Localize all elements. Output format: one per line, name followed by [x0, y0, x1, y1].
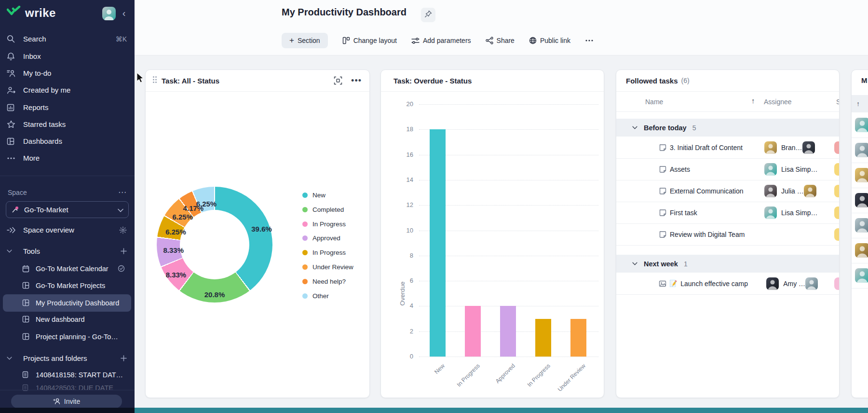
table-row[interactable] [852, 163, 868, 188]
group-header-next-week[interactable]: Next week 1 [616, 255, 839, 273]
sidebar-item-created-by-me[interactable]: Created by me [0, 82, 135, 98]
drag-handle-icon[interactable] [152, 76, 157, 85]
avatar[interactable] [804, 185, 816, 197]
avatar[interactable] [855, 243, 868, 258]
sidebar: wrike ‹ Search ⌘K Inbox My to-do Created… [0, 0, 135, 413]
gear-icon[interactable] [119, 226, 127, 234]
table-row[interactable] [852, 238, 868, 263]
status-pill[interactable] [834, 277, 840, 290]
mouse-cursor [136, 72, 145, 86]
status-pill[interactable] [834, 228, 840, 241]
sidebar-item-inbox[interactable]: Inbox [0, 48, 135, 65]
bottom-screen-strip [135, 408, 868, 413]
dashboard-toolbar: +SectionChange layoutAdd parametersShare… [282, 33, 594, 48]
pin-button[interactable] [421, 8, 435, 22]
space-more-icon[interactable]: ⋯ [118, 187, 127, 197]
column-header-name[interactable]: Name [645, 98, 663, 106]
avatar[interactable] [855, 218, 868, 233]
table-row[interactable]: External Communication Julia … [616, 180, 839, 202]
legend-item-3[interactable]: In Progress [302, 220, 346, 228]
donut-slice-label: 8.33% [163, 246, 184, 254]
avatar[interactable] [805, 277, 818, 290]
table-row[interactable]: 📝Launch effective camp Amy … [616, 273, 839, 295]
group-header-before-today[interactable]: Before today 5 [616, 119, 839, 137]
avatar[interactable] [764, 206, 777, 219]
toolbar-more-button[interactable] [585, 39, 594, 42]
section-button[interactable]: +Section [282, 33, 328, 48]
table-row[interactable] [852, 138, 868, 163]
table-row[interactable] [852, 188, 868, 213]
sidebar-item-reports[interactable]: Reports [0, 99, 135, 116]
sidebar-item-dashboards[interactable]: Dashboards [0, 133, 135, 150]
sidebar-tree-item-new-dashboard[interactable]: New dashboard [0, 311, 135, 328]
sidebar-item-my-to-do[interactable]: My to-do [0, 65, 135, 82]
avatar[interactable] [764, 185, 777, 197]
space-selector[interactable]: Go-To-Market [6, 201, 129, 218]
legend-item-2[interactable]: Completed [302, 206, 344, 213]
change-layout-button[interactable]: Change layout [342, 37, 397, 44]
sidebar-tree-item-tools[interactable]: Tools [0, 243, 135, 260]
sort-asc-icon[interactable]: ↑ [751, 96, 755, 105]
sidebar-item-more[interactable]: More [0, 150, 135, 166]
sidebar-tree-item-project-planning-go-to-[interactable]: Project planning - Go-To… [0, 328, 135, 345]
sidebar-collapse-button[interactable]: ‹ [119, 8, 129, 19]
sidebar-item-label: Dashboards [23, 137, 62, 145]
status-pill[interactable] [834, 185, 840, 197]
column-header-assignee[interactable]: Assignee [764, 98, 792, 106]
avatar[interactable] [855, 268, 868, 283]
avatar[interactable] [764, 141, 777, 154]
invite-label: Invite [64, 398, 80, 405]
avatar[interactable] [855, 168, 868, 182]
avatar[interactable] [766, 277, 779, 290]
sidebar-tree-item-space-overview[interactable]: Space overview [0, 221, 135, 238]
avatar[interactable] [802, 141, 815, 154]
status-pill[interactable] [834, 206, 840, 219]
legend-item-4[interactable]: Approved [302, 234, 340, 242]
user-avatar[interactable] [102, 7, 116, 20]
sidebar-tree-item-1408428503-due-date[interactable]: 1408428503: DUE DATE [0, 379, 135, 396]
avatar[interactable] [855, 143, 868, 157]
expand-icon[interactable] [334, 76, 342, 85]
legend-item-5[interactable]: In Progress [302, 249, 346, 256]
sidebar-item-starred-tasks[interactable]: Starred tasks [0, 116, 135, 133]
sidebar-tree-item-projects-and-folders[interactable]: Projects and folders [0, 350, 135, 367]
status-pill[interactable] [834, 163, 840, 176]
invite-button[interactable]: Invite [11, 395, 122, 408]
legend-item-1[interactable]: New [302, 192, 326, 199]
donut-slice-label: 39.6% [251, 224, 272, 233]
avatar[interactable] [855, 193, 868, 207]
sidebar-tree-item-go-to-market-projects[interactable]: Go-To Market Projects [0, 277, 135, 294]
legend-dot [302, 207, 308, 212]
widget-menu-icon[interactable]: ••• [351, 78, 362, 83]
legend-item-7[interactable]: Need help? [302, 278, 346, 285]
status-pill[interactable] [834, 141, 840, 154]
gridline [419, 129, 598, 130]
partial-group-band[interactable]: ↑ [852, 95, 868, 112]
sidebar-item-search[interactable]: Search ⌘K [0, 30, 135, 47]
table-row[interactable]: 3. Initial Draft of Content Bran… [616, 137, 839, 159]
bar-in-progress [465, 306, 481, 357]
avatar[interactable] [855, 118, 868, 132]
table-row[interactable] [852, 263, 868, 289]
legend-item-6[interactable]: Under Review [302, 263, 353, 271]
table-row[interactable]: First task Lisa Simp… [616, 202, 839, 224]
table-row[interactable] [852, 213, 868, 238]
x-tick-label: In Progress [456, 362, 481, 388]
avatar[interactable] [764, 163, 777, 176]
plus-icon[interactable] [121, 355, 127, 361]
sidebar-tree-item-go-to-market-calendar[interactable]: Go-To Market Calendar [0, 260, 135, 277]
search-icon [7, 35, 23, 43]
sidebar-tree-item-my-productivity-dashboard[interactable]: My Productivity Dashboard [0, 294, 135, 311]
table-row[interactable]: Review with Digital Team [616, 223, 839, 246]
sidebar-item-label: More [23, 154, 40, 162]
plus-icon[interactable] [121, 248, 127, 254]
table-row[interactable] [852, 112, 868, 138]
legend-item-8[interactable]: Other [302, 292, 329, 300]
public-link-button[interactable]: Public link [529, 37, 570, 44]
widget-partial-right: M ↑ [851, 69, 868, 398]
add-parameters-button[interactable]: Add parameters [411, 37, 471, 44]
table-row[interactable]: Assets Lisa Simp… [616, 158, 839, 180]
column-header-status-clipped[interactable]: S [836, 98, 840, 106]
legend-dot [302, 235, 308, 241]
share-button[interactable]: Share [486, 37, 515, 44]
